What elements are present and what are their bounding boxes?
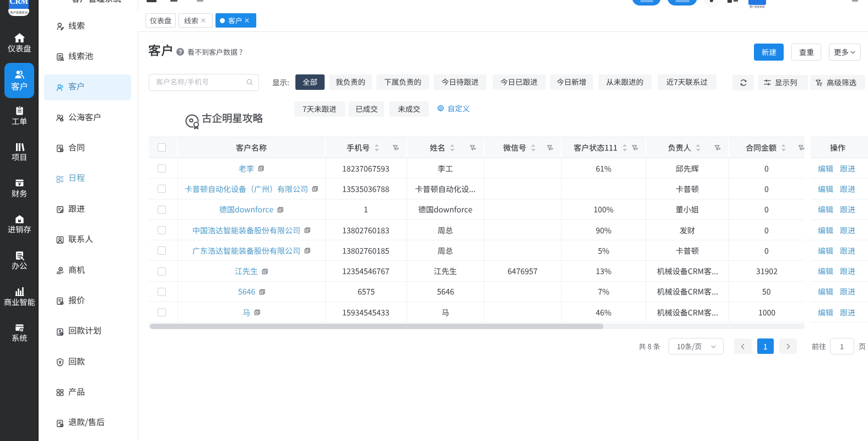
svg-text:?: ? [179,49,182,55]
